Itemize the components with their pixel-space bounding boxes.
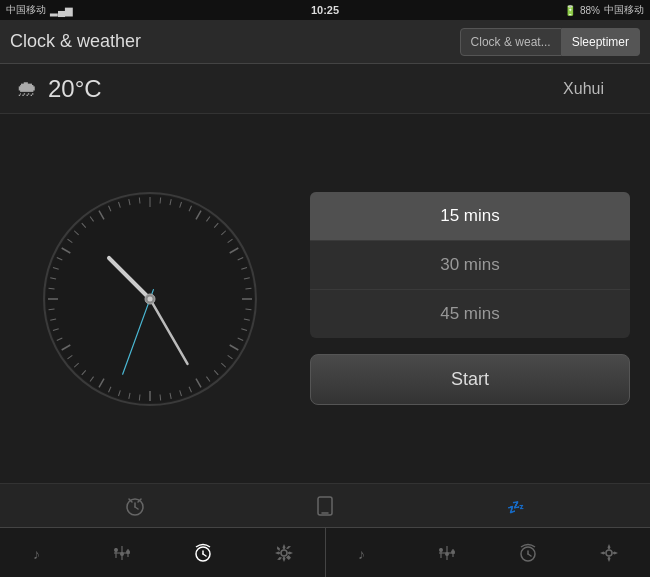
weather-row: 🌧 20°C Xuhui (0, 64, 650, 114)
status-time: 10:25 (311, 4, 339, 16)
tab-music-left[interactable]: ♪ (23, 535, 59, 571)
carrier-right: 中国移动 (604, 3, 644, 17)
svg-point-80 (114, 548, 118, 552)
svg-point-94 (451, 550, 455, 554)
timer-option-15[interactable]: 15 mins (310, 192, 630, 241)
svg-line-33 (139, 394, 140, 400)
svg-point-86 (281, 550, 287, 556)
clock-panel (0, 114, 300, 483)
tab-clock-weather[interactable]: Clock & weat... (460, 28, 562, 56)
tab-eq-left[interactable] (104, 535, 140, 571)
clock-face (40, 189, 260, 409)
sleep-mode-icon[interactable]: 💤 (495, 486, 535, 526)
status-right: 🔋 88% 中国移动 (564, 3, 644, 17)
alarm-mode-icon[interactable] (115, 486, 155, 526)
svg-line-16 (245, 288, 251, 289)
page-title: Clock & weather (10, 31, 141, 52)
svg-line-3 (160, 197, 161, 203)
svg-line-69 (135, 507, 138, 509)
bottom-area: 💤 ♪ (0, 483, 650, 577)
svg-point-93 (445, 552, 449, 556)
timer-option-45[interactable]: 45 mins (310, 290, 630, 338)
weather-city: Xuhui (563, 80, 604, 98)
signal-bars: ▂▄▆ (50, 5, 73, 16)
tab-eq-right[interactable] (429, 535, 465, 571)
tab-sleeptimer[interactable]: Sleeptimer (562, 28, 640, 56)
mode-bar: 💤 (0, 483, 650, 527)
svg-line-18 (245, 309, 251, 310)
svg-point-66 (148, 296, 153, 301)
battery-pct: 88% (580, 5, 600, 16)
svg-point-98 (606, 550, 612, 556)
timer-option-30[interactable]: 30 mins (310, 241, 630, 290)
svg-point-82 (126, 550, 130, 554)
battery-icon: 🔋 (564, 5, 576, 16)
tab-bar-left: ♪ (0, 528, 326, 577)
svg-line-85 (203, 554, 206, 556)
svg-line-61 (139, 197, 140, 203)
tab-settings-left[interactable] (266, 535, 302, 571)
tab-clock-right[interactable] (510, 535, 546, 571)
top-nav: Clock & weather Clock & weat... Sleeptim… (0, 20, 650, 64)
svg-text:♪: ♪ (358, 546, 365, 562)
svg-line-97 (528, 554, 531, 556)
svg-text:♪: ♪ (33, 546, 40, 562)
start-button[interactable]: Start (310, 354, 630, 405)
tab-clock-left[interactable] (185, 535, 221, 571)
status-left: 中国移动 ▂▄▆ (6, 3, 73, 17)
display-mode-icon[interactable] (305, 486, 345, 526)
svg-line-46 (49, 309, 55, 310)
svg-line-31 (160, 394, 161, 400)
tab-music-right[interactable]: ♪ (348, 535, 384, 571)
main-content: 15 mins 30 mins 45 mins Start (0, 114, 650, 483)
tab-settings-right[interactable] (591, 535, 627, 571)
sleep-panel: 15 mins 30 mins 45 mins Start (300, 114, 650, 483)
svg-text:💤: 💤 (507, 499, 525, 516)
svg-point-92 (439, 548, 443, 552)
weather-temp: 20°C (48, 75, 102, 103)
svg-line-48 (49, 288, 55, 289)
svg-point-81 (120, 552, 124, 556)
tab-bar: ♪ (0, 527, 650, 577)
carrier-left: 中国移动 (6, 3, 46, 17)
clock-svg (40, 189, 260, 409)
timer-list: 15 mins 30 mins 45 mins (310, 192, 630, 338)
top-tabs: Clock & weat... Sleeptimer (460, 28, 640, 56)
tab-bar-right: ♪ (326, 528, 651, 577)
status-bar: 中国移动 ▂▄▆ 10:25 🔋 88% 中国移动 (0, 0, 650, 20)
weather-icon: 🌧 (16, 76, 38, 102)
